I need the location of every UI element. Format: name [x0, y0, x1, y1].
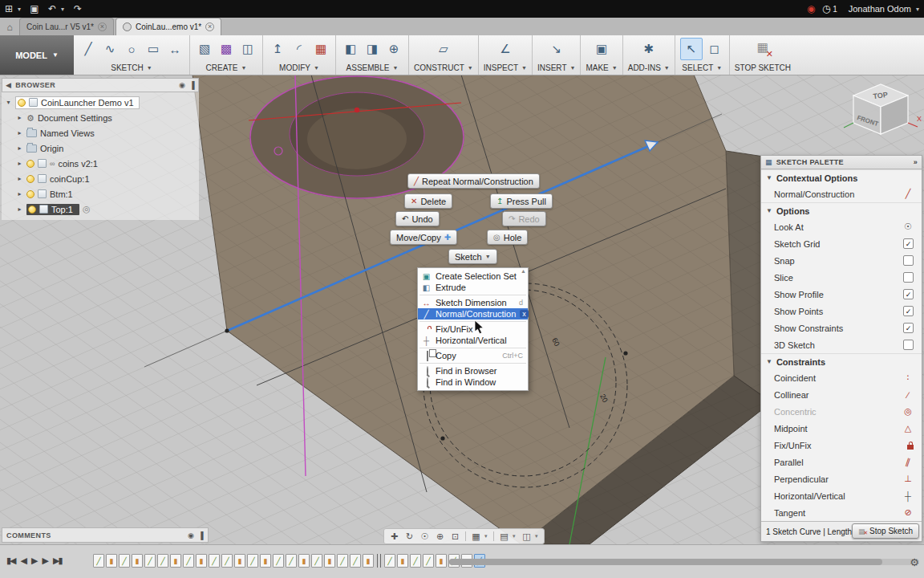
origin-point[interactable]	[355, 108, 359, 112]
show-profile-checkbox[interactable]	[903, 289, 914, 299]
expand-icon[interactable]: ▸	[16, 160, 23, 167]
app-menu-caret-icon[interactable]: ▾	[18, 6, 26, 13]
sketch-point-3[interactable]	[225, 328, 229, 332]
sketch-point-2[interactable]	[623, 351, 627, 355]
horizontal-vertical-icon[interactable]: ┼	[902, 491, 914, 501]
sketch-line-icon[interactable]: ╱	[79, 39, 98, 59]
comments-display-icon[interactable]: ◉	[188, 531, 194, 539]
visibility-bulb-icon[interactable]	[26, 175, 34, 183]
menu-item-find-in-browser[interactable]: Find in Browser	[418, 365, 528, 377]
press-pull-button[interactable]: ↥ Press Pull	[490, 193, 553, 209]
timeline-feature[interactable]	[170, 554, 181, 568]
assemble-group-dropdown[interactable]: ASSEMBLE▼	[346, 63, 399, 72]
modify-fillet-icon[interactable]: ◜	[290, 39, 309, 59]
palette-row-show-profile[interactable]: Show Profile	[761, 286, 922, 303]
timeline-feature[interactable]	[132, 554, 143, 568]
undo-icon[interactable]: ↶	[43, 3, 61, 14]
menu-item-normal-construction[interactable]: ╱ Normal/Construction x	[418, 308, 528, 320]
palette-row-tangent[interactable]: Tangent ⊘	[761, 504, 922, 521]
look-at-icon[interactable]: ☉	[418, 531, 432, 542]
tree-row-top-selected[interactable]: ▸ Top:1 ◎	[2, 201, 199, 217]
palette-row-perpendicular[interactable]: Perpendicular ⊥	[761, 470, 922, 487]
timeline-feature[interactable]	[363, 554, 374, 568]
browser-display-icon[interactable]: ◉	[179, 81, 185, 89]
redo-button[interactable]: ↷ Redo	[502, 211, 546, 226]
stop-sketch-button-small[interactable]: ▦ Stop Sketch	[852, 523, 919, 539]
timeline-feature[interactable]	[273, 554, 284, 568]
palette-header[interactable]: ▦ SKETCH PALETTE »	[761, 156, 922, 169]
timeline-position-marker[interactable]	[377, 554, 381, 568]
sketch-spline-icon[interactable]: ∿	[100, 39, 120, 59]
timeline-feature[interactable]	[311, 554, 322, 568]
tree-row-root[interactable]: ▾ CoinLauncher Demo v1	[2, 95, 199, 110]
modify-press-pull-icon[interactable]: ↥	[268, 39, 287, 59]
menu-item-find-in-window[interactable]: Find in Window	[418, 377, 528, 388]
assemble-ground-icon[interactable]: ⊕	[384, 39, 403, 59]
viewcube[interactable]: TOP FRONT X	[834, 76, 922, 147]
browser-collapse-icon[interactable]: ◀	[6, 81, 11, 89]
grid-settings-icon[interactable]: ▤	[497, 531, 511, 542]
timeline-go-to-start-button[interactable]: ▮◀	[6, 556, 15, 566]
addins-group-dropdown[interactable]: ADD-INS▼	[628, 63, 670, 72]
midpoint-icon[interactable]: △	[902, 423, 914, 434]
timeline-feature[interactable]	[423, 554, 434, 568]
create-group-dropdown[interactable]: CREATE▼	[206, 63, 247, 72]
undo-button[interactable]: ↶ Undo	[395, 211, 440, 226]
visibility-bulb-icon[interactable]	[28, 206, 36, 214]
viewports-caret-icon[interactable]: ▾	[535, 533, 541, 539]
timeline-feature[interactable]	[221, 554, 233, 568]
notifications-clock-icon[interactable]: ◷	[820, 3, 833, 14]
tree-row-origin[interactable]: ▸ Origin	[2, 140, 199, 156]
timeline-feature[interactable]	[209, 554, 220, 568]
collinear-icon[interactable]: ∕	[902, 390, 914, 400]
expand-icon[interactable]: ▸	[16, 144, 23, 152]
section-constraints[interactable]: ▼ Constraints	[761, 353, 922, 369]
timeline-feature[interactable]	[397, 554, 408, 568]
create-form-icon[interactable]: ▩	[217, 39, 236, 59]
make-group-dropdown[interactable]: MAKE▼	[586, 63, 617, 72]
insert-group-dropdown[interactable]: INSERT▼	[537, 63, 575, 72]
workspace-selector[interactable]: MODEL ▼	[0, 35, 74, 75]
display-settings-caret-icon[interactable]: ▾	[484, 533, 490, 539]
timeline-scrollbar[interactable]	[449, 559, 919, 565]
section-options[interactable]: ▼ Options	[761, 202, 922, 218]
fit-icon[interactable]: ⊡	[448, 531, 462, 542]
palette-row-show-constraints[interactable]: Show Constraints	[761, 320, 922, 336]
sketch-submenu-button[interactable]: Sketch ▼	[448, 249, 497, 264]
user-menu[interactable]: Jonathan Odom	[849, 4, 911, 14]
coincident-icon[interactable]: ∶	[902, 372, 914, 383]
document-tab-1[interactable]: Coin Lau...r V5 v1* ×	[19, 18, 114, 35]
fix-unfix-lock-icon[interactable]	[907, 445, 914, 450]
menu-item-extrude[interactable]: ◧ Extrude	[418, 282, 528, 293]
timeline-feature[interactable]	[93, 554, 104, 568]
palette-row-parallel[interactable]: Parallel ∥	[761, 454, 922, 470]
timeline-feature[interactable]	[384, 554, 395, 568]
timeline-feature[interactable]	[337, 554, 348, 568]
settings-gear-icon[interactable]: ⚙	[910, 556, 919, 568]
expand-icon[interactable]: ▸	[16, 129, 23, 136]
tree-row-coincup[interactable]: ▸ coinCup:1	[2, 171, 199, 186]
tree-row-named-views[interactable]: ▸ Named Views	[2, 125, 199, 140]
palette-row-coincident[interactable]: Coincident ∶	[761, 369, 922, 386]
visibility-bulb-icon[interactable]	[26, 190, 34, 198]
comments-dock-icon[interactable]: ▐	[198, 531, 204, 539]
palette-row-horizontal-vertical[interactable]: Horizontal/Vertical ┼	[761, 487, 922, 504]
timeline-feature[interactable]	[286, 554, 297, 568]
expand-icon[interactable]: ▸	[16, 175, 23, 182]
palette-row-sketch-grid[interactable]: Sketch Grid	[761, 235, 922, 252]
make-icon[interactable]: ▣	[592, 39, 611, 59]
construct-group-dropdown[interactable]: CONSTRUCT▼	[414, 63, 473, 72]
select-window-icon[interactable]: ◻	[705, 39, 724, 59]
timeline-feature[interactable]	[247, 554, 258, 568]
menu-item-fix-unfix[interactable]: Fix/UnFix	[418, 324, 528, 335]
expand-icon[interactable]: ▾	[5, 99, 12, 106]
repeat-last-command-button[interactable]: ╱ Repeat Normal/Construction	[407, 173, 540, 189]
select-cursor-icon[interactable]: ↖	[680, 38, 703, 60]
timeline-feature[interactable]	[106, 554, 117, 568]
timeline-feature[interactable]	[234, 554, 245, 568]
expand-icon[interactable]: ▸	[16, 190, 23, 197]
sketch-circle-icon[interactable]: ○	[122, 39, 141, 59]
timeline-feature[interactable]	[350, 554, 361, 568]
palette-row-show-points[interactable]: Show Points	[761, 303, 922, 320]
sketch-point-1[interactable]	[440, 436, 444, 440]
